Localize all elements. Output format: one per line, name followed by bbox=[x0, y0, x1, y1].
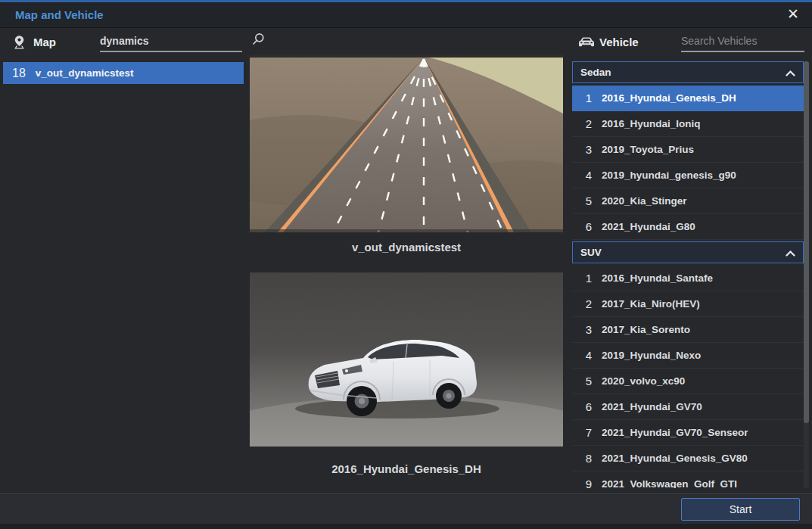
vehicle-row-index: 6 bbox=[572, 400, 592, 413]
vehicle-row-name: 2016_Hyundai_Santafe bbox=[602, 272, 713, 284]
vehicle-row[interactable]: 6 2021_Hyundai_GV70 bbox=[572, 394, 804, 420]
vehicle-panel-title: Vehicle bbox=[599, 36, 639, 48]
vehicle-row[interactable]: 8 2021_Hyundai_Genesis_GV80 bbox=[572, 446, 804, 471]
vehicle-preview-image bbox=[250, 272, 563, 447]
chevron-up-icon bbox=[786, 246, 795, 260]
vehicle-row-index: 4 bbox=[572, 349, 592, 362]
vehicle-row-index: 8 bbox=[572, 452, 592, 465]
vehicle-row[interactable]: 3 2019_Toyota_Prius bbox=[572, 137, 804, 163]
close-icon[interactable]: ✕ bbox=[783, 5, 803, 24]
vehicle-list: Sedan 1 2016_Hyundai_Genesis_DH 2 2016_H… bbox=[572, 61, 804, 488]
vehicle-row-index: 5 bbox=[572, 375, 592, 387]
vehicle-row-name: 2019_Hyundai_Nexo bbox=[602, 350, 701, 361]
vehicle-row[interactable]: 5 2020_volvo_xc90 bbox=[572, 369, 804, 394]
section-header-suv[interactable]: SUV bbox=[572, 241, 804, 263]
start-button[interactable]: Start bbox=[681, 498, 800, 521]
vehicle-row-name: 2020_Kia_Stinger bbox=[602, 195, 687, 207]
map-preview-label: v_out_dynamicstest bbox=[250, 241, 563, 254]
suv-items: 1 2016_Hyundai_Santafe 2 2017_Kia_Niro(H… bbox=[572, 266, 804, 488]
vehicle-row-name: 2017_Kia_Sorento bbox=[602, 324, 690, 335]
car-front-icon bbox=[578, 36, 595, 51]
vehicle-row[interactable]: 4 2019_hyundai_genesis_g90 bbox=[572, 163, 804, 188]
map-item-index: 18 bbox=[12, 67, 26, 80]
vehicle-preview-label: 2016_Hyundai_Genesis_DH bbox=[250, 462, 563, 475]
vehicle-row[interactable]: 2 2017_Kia_Niro(HEV) bbox=[572, 291, 804, 317]
vehicle-row-name: 2016_Hyundai_Genesis_DH bbox=[602, 92, 736, 104]
sedan-items: 1 2016_Hyundai_Genesis_DH 2 2016_Hyundai… bbox=[572, 86, 804, 240]
vehicle-row-name: 2021_Hyundai_GV70_Senseor bbox=[602, 427, 748, 438]
vehicle-row-name: 2021_Hyundai_Genesis_GV80 bbox=[602, 453, 748, 464]
section-header-sedan[interactable]: Sedan bbox=[572, 61, 804, 83]
vehicle-row[interactable]: 1 2016_Hyundai_Santafe bbox=[572, 266, 804, 291]
titlebar: Map and Vehicle bbox=[0, 0, 812, 28]
map-panel-title: Map bbox=[33, 36, 56, 48]
scrollbar-thumb[interactable] bbox=[804, 61, 809, 423]
vehicle-row-name: 2017_Kia_Niro(HEV) bbox=[602, 298, 700, 310]
chevron-up-icon bbox=[786, 66, 795, 79]
vehicle-row-index: 1 bbox=[572, 272, 592, 285]
section-label: SUV bbox=[580, 247, 602, 258]
map-list-item-selected[interactable]: 18 v_out_dynamicstest bbox=[3, 62, 244, 84]
vehicle-row-index: 2 bbox=[572, 297, 592, 310]
vehicle-row-name: 2019_Toyota_Prius bbox=[602, 144, 694, 155]
window-bottom-edge bbox=[0, 524, 812, 529]
vehicle-search-input[interactable] bbox=[681, 35, 812, 47]
vehicle-row-index: 6 bbox=[572, 220, 592, 233]
map-and-vehicle-dialog: Map and Vehicle ✕ Map 18 v_out_dynamicst… bbox=[0, 0, 812, 529]
vehicle-row-index: 2 bbox=[572, 117, 592, 130]
vehicle-search-box bbox=[681, 31, 804, 52]
search-icon[interactable] bbox=[251, 33, 265, 49]
section-label: Sedan bbox=[580, 67, 611, 78]
vehicle-row-index: 4 bbox=[572, 169, 592, 182]
vehicle-row[interactable]: 9 2021_Volkswagen_Golf_GTI bbox=[572, 471, 804, 488]
vehicle-row[interactable]: 3 2017_Kia_Sorento bbox=[572, 317, 804, 343]
vehicle-row[interactable]: 1 2016_Hyundai_Genesis_DH bbox=[572, 86, 804, 111]
vehicle-row[interactable]: 7 2021_Hyundai_GV70_Senseor bbox=[572, 420, 804, 446]
vehicle-row[interactable]: 2 2016_Hyundai_Ioniq bbox=[572, 111, 804, 137]
map-item-name: v_out_dynamicstest bbox=[36, 67, 134, 79]
vehicle-row-name: 2020_volvo_xc90 bbox=[602, 375, 685, 387]
vehicle-row[interactable]: 4 2019_Hyundai_Nexo bbox=[572, 343, 804, 369]
dialog-title: Map and Vehicle bbox=[15, 8, 104, 21]
vehicle-row-index: 7 bbox=[572, 426, 592, 439]
vehicle-row-index: 5 bbox=[572, 194, 592, 207]
vehicle-row[interactable]: 6 2021_Hyundai_G80 bbox=[572, 214, 804, 240]
map-pin-icon bbox=[12, 35, 26, 54]
vehicle-row-name: 2021_Volkswagen_Golf_GTI bbox=[602, 478, 737, 488]
map-search-box bbox=[100, 31, 242, 52]
vehicle-row-name: 2021_Hyundai_GV70 bbox=[602, 401, 702, 412]
vehicle-row-name: 2021_Hyundai_G80 bbox=[602, 221, 695, 232]
vehicle-list-scrollbar[interactable] bbox=[804, 61, 809, 488]
vehicle-row-index: 3 bbox=[572, 323, 592, 336]
map-preview-image bbox=[250, 54, 563, 232]
vehicle-row-name: 2019_hyundai_genesis_g90 bbox=[602, 170, 736, 181]
vehicle-row-name: 2016_Hyundai_Ioniq bbox=[602, 118, 701, 129]
vehicle-row-index: 1 bbox=[572, 92, 592, 104]
map-search-input[interactable] bbox=[100, 35, 248, 47]
vehicle-row[interactable]: 5 2020_Kia_Stinger bbox=[572, 188, 804, 214]
vehicle-row-index: 9 bbox=[572, 478, 592, 488]
vehicle-row-index: 3 bbox=[572, 143, 592, 156]
